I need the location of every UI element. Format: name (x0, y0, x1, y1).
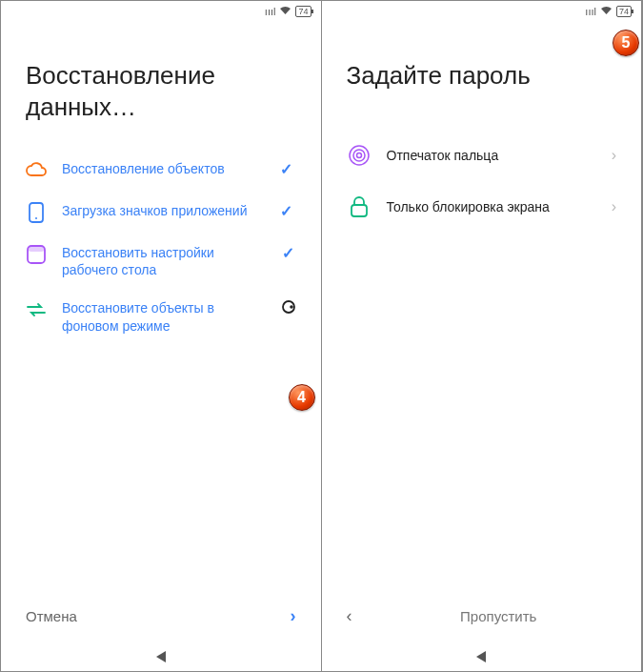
svg-rect-9 (352, 205, 367, 216)
phone-icon (26, 202, 47, 223)
svg-point-8 (356, 153, 361, 157)
restore-item: Восстановите объекты в фоновом режиме (26, 299, 296, 334)
back-button[interactable]: ‹ (347, 606, 352, 626)
status-done-icon: ✓ (277, 202, 296, 220)
chevron-right-icon: › (612, 147, 616, 164)
content-area: Задайте пароль Отпечаток пальца › Только… (322, 22, 642, 589)
lock-icon (347, 194, 372, 219)
screen-restore: ıııl 74 Восстановление данных… Восстанов… (1, 1, 322, 671)
battery-indicator: 74 (295, 6, 311, 17)
signal-icon: ıııl (265, 6, 276, 17)
battery-indicator: 74 (616, 6, 632, 17)
svg-rect-3 (28, 246, 45, 252)
option-screen-lock[interactable]: Только блокировка экрана › (347, 181, 617, 233)
nav-back-icon[interactable] (476, 651, 486, 662)
status-bar: ıııl 74 (1, 1, 321, 22)
next-button[interactable]: › (291, 606, 296, 626)
skip-button[interactable]: Пропустить (381, 608, 617, 624)
page-title: Восстановление данных… (26, 60, 296, 122)
restore-item-label: Восстановить настройки рабочего стола (62, 244, 266, 278)
status-done-icon: ✓ (281, 244, 296, 262)
screen-password: ıııl 74 Задайте пароль Отпечаток пальца … (322, 1, 643, 671)
content-area: Восстановление данных… Восстановление об… (1, 22, 321, 589)
option-fingerprint[interactable]: Отпечаток пальца › (347, 130, 617, 181)
status-bar: ıııl 74 (322, 1, 642, 22)
fingerprint-icon (347, 143, 372, 168)
layout-icon (26, 244, 47, 265)
svg-point-6 (350, 146, 369, 165)
restore-item-label: Восстановите объекты в фоновом режиме (62, 299, 266, 334)
nav-back-icon[interactable] (156, 651, 166, 662)
restore-item: Восстановить настройки рабочего стола ✓ (26, 244, 296, 278)
status-pending-icon (281, 299, 296, 315)
footer-bar: Отмена › (1, 589, 321, 642)
step-badge-4: 4 (289, 384, 315, 411)
svg-point-5 (290, 306, 293, 310)
page-title: Задайте пароль (347, 60, 617, 92)
restore-item-label: Загрузка значков приложений (62, 202, 262, 219)
restore-item-label: Восстановление объектов (62, 160, 262, 177)
wifi-icon (279, 6, 291, 17)
nav-bar (1, 642, 321, 671)
signal-icon: ıııl (585, 6, 596, 17)
restore-item: Восстановление объектов ✓ (26, 160, 296, 181)
option-label: Отпечаток пальца (387, 148, 596, 163)
nav-bar (322, 642, 642, 671)
status-done-icon: ✓ (277, 160, 296, 178)
option-label: Только блокировка экрана (387, 199, 596, 214)
cancel-button[interactable]: Отмена (26, 608, 77, 624)
restore-item: Загрузка значков приложений ✓ (26, 202, 296, 223)
svg-point-1 (35, 217, 37, 219)
wifi-icon (600, 6, 613, 17)
transfer-icon (26, 299, 47, 320)
step-badge-5: 5 (613, 30, 639, 56)
cloud-icon (26, 160, 47, 181)
svg-point-7 (353, 150, 365, 161)
footer-bar: ‹ Пропустить (322, 589, 642, 642)
chevron-right-icon: › (612, 198, 616, 215)
